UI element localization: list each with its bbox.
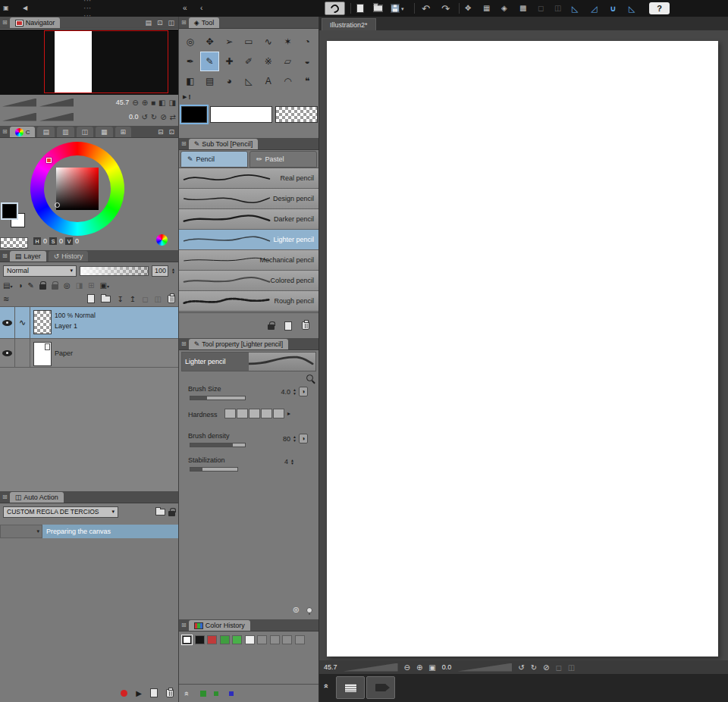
subtool-item-darker-pencil[interactable]: Darker pencil xyxy=(179,209,318,230)
brush-size-spinner[interactable]: ▲▼ xyxy=(293,388,297,395)
zoom-100-icon[interactable]: ■ xyxy=(151,99,155,107)
color-header-icon-2[interactable]: ⊡ xyxy=(168,128,174,136)
stabilization-value[interactable]: 4 xyxy=(284,458,288,465)
delete-layer-icon[interactable] xyxy=(168,295,175,303)
merge-down-icon[interactable]: ↥ xyxy=(130,295,136,303)
subtool-item-real-pencil[interactable]: Real pencil xyxy=(179,168,318,189)
panel-grip-icon[interactable]: ⊞ xyxy=(181,19,187,26)
sv-marker[interactable] xyxy=(55,202,60,208)
subtool-item-colored-pencil[interactable]: Colored pencil xyxy=(179,271,318,291)
hardness-step-2[interactable] xyxy=(237,409,248,418)
play-action-icon[interactable]: ▶ xyxy=(136,689,142,697)
tool-airbrush-icon[interactable]: ※ xyxy=(259,52,278,71)
zoom-out-icon[interactable]: ⊖ xyxy=(132,99,138,107)
lock-transparent-pixels-icon[interactable] xyxy=(52,284,58,290)
tool-balloon-icon[interactable]: ❝ xyxy=(297,71,317,91)
snap-to-special-ruler-button[interactable]: ◿ xyxy=(591,5,597,13)
tool-eyedropper-icon[interactable]: ◔ xyxy=(297,32,317,52)
timeline-icon[interactable]: ≋ xyxy=(3,295,9,303)
layer-row-paper[interactable]: Paper xyxy=(0,339,178,368)
navigator-rotate-slider-2[interactable] xyxy=(39,113,74,121)
auto-action-row[interactable]: ▾ Preparing the canvas xyxy=(0,525,178,538)
main-color-swatch[interactable] xyxy=(2,204,17,218)
history-swatch-empty[interactable] xyxy=(257,635,267,644)
tool-property-tab[interactable]: ✎Tool property [Lighter pencil] xyxy=(189,339,288,349)
history-swatch-empty[interactable] xyxy=(282,635,292,644)
new-action-icon[interactable] xyxy=(150,688,158,697)
tool-tab[interactable]: ◈Tool xyxy=(189,17,219,28)
pastel-group-tab[interactable]: ✏Pastel xyxy=(249,151,317,168)
layer-visibility-cell[interactable] xyxy=(0,339,15,367)
hardness-step-4[interactable] xyxy=(261,409,272,418)
color-mode-ball-icon[interactable] xyxy=(156,234,168,246)
transform-button[interactable]: ◈ xyxy=(501,5,507,12)
eye-icon[interactable] xyxy=(2,350,12,356)
navigator-zoom-slider[interactable] xyxy=(2,99,36,107)
canvas-viewport[interactable] xyxy=(319,30,728,660)
color-approx-tab[interactable]: ▦ xyxy=(96,127,113,137)
panel-grip-icon[interactable]: ⊞ xyxy=(181,340,187,347)
rotate-ccw-icon[interactable]: ↺ xyxy=(141,113,147,121)
hardness-segments[interactable]: ▸ xyxy=(224,409,290,418)
tool-zoom-icon[interactable]: ◎ xyxy=(180,32,200,52)
layer-name[interactable]: Layer 1 xyxy=(55,322,96,330)
status-fit-icon[interactable]: ▣ xyxy=(428,663,435,672)
brush-size-slider[interactable] xyxy=(190,396,246,400)
undo-button[interactable]: ↶ xyxy=(422,4,430,14)
new-file-button[interactable] xyxy=(356,4,364,13)
panel-grip-icon[interactable]: ⊞ xyxy=(2,494,8,500)
panel-grip-icon[interactable]: ⊞ xyxy=(2,252,8,259)
layer-tab[interactable]: ▤Layer xyxy=(10,251,46,262)
camera-view-button[interactable] xyxy=(366,676,395,699)
save-button[interactable]: ▾ xyxy=(391,5,404,13)
tool-expander[interactable]: ▶ ! xyxy=(183,93,190,101)
status-rotate-reset-icon[interactable]: ⊘ xyxy=(543,663,549,672)
delete-subtool-icon[interactable] xyxy=(302,321,309,330)
history-swatch[interactable] xyxy=(232,635,242,644)
flip-vertical-icon[interactable]: ◨ xyxy=(169,99,176,107)
transfer-down-icon[interactable]: ↧ xyxy=(117,295,123,303)
grid-button[interactable]: ▦ xyxy=(483,5,490,12)
action-expand-cell[interactable]: ▾ xyxy=(0,525,42,538)
brush-density-spinner[interactable]: ▲▼ xyxy=(293,435,297,442)
blend-mode-select[interactable]: Normal ▾ xyxy=(3,265,77,277)
open-file-button[interactable] xyxy=(373,5,383,12)
new-subtool-icon[interactable] xyxy=(284,321,292,331)
tool-figure-icon[interactable]: ◺ xyxy=(239,71,259,91)
hint-lamp-icon[interactable] xyxy=(306,607,312,613)
draft-layer-icon[interactable]: ✎ xyxy=(28,281,34,290)
opacity-slider[interactable] xyxy=(80,266,149,276)
eye-icon[interactable] xyxy=(2,320,12,326)
save-menu-caret-icon[interactable]: ▾ xyxy=(401,6,404,11)
redo-button[interactable]: ↷ xyxy=(441,4,450,14)
sub-tool-tab[interactable]: ✎Sub Tool [Pencil] xyxy=(189,139,258,149)
main-color-swatch[interactable] xyxy=(181,106,207,123)
tool-pen-icon[interactable]: ✒ xyxy=(180,52,200,71)
tool-marker-icon[interactable]: ✚ xyxy=(219,52,239,71)
navigator-view-frame[interactable] xyxy=(44,30,168,93)
zoom-in-icon[interactable]: ⊕ xyxy=(142,99,148,107)
brush-density-value[interactable]: 80 xyxy=(283,435,290,443)
stabilization-slider[interactable] xyxy=(190,467,238,472)
navigator-options-icon[interactable]: ◫ xyxy=(168,19,174,27)
tool-gradient-icon[interactable]: ▤ xyxy=(200,71,220,91)
dock-box-icon[interactable]: ▣ xyxy=(3,5,9,11)
history-tab[interactable]: ↺History xyxy=(49,251,89,262)
swap-icon[interactable]: ⇄ xyxy=(170,113,176,121)
lock-layer-icon[interactable] xyxy=(39,284,46,290)
navigator-thumbnail-icon[interactable]: ▤ xyxy=(145,19,152,27)
collapse-mid-column-icon-2[interactable]: ‹ xyxy=(200,5,202,12)
layer-visibility-cell[interactable] xyxy=(0,307,15,338)
preview-magnifier-icon[interactable] xyxy=(306,375,313,383)
tool-pencil-icon-selected[interactable]: ✎ xyxy=(200,52,220,71)
settings-gear-icon[interactable]: ⊛ xyxy=(293,605,300,615)
new-layer-folder-icon[interactable] xyxy=(101,296,111,302)
stabilization-spinner[interactable]: ▲▼ xyxy=(290,459,294,465)
opacity-value[interactable]: 100 xyxy=(152,265,168,277)
transparent-color-swatch[interactable] xyxy=(0,237,28,249)
status-rotate-cw-icon[interactable]: ↻ xyxy=(531,663,537,672)
history-swatch[interactable] xyxy=(207,635,217,644)
layer-name[interactable]: Paper xyxy=(55,349,73,357)
history-swatch[interactable] xyxy=(220,635,230,644)
navigator-tab[interactable]: Navigator xyxy=(10,17,61,28)
